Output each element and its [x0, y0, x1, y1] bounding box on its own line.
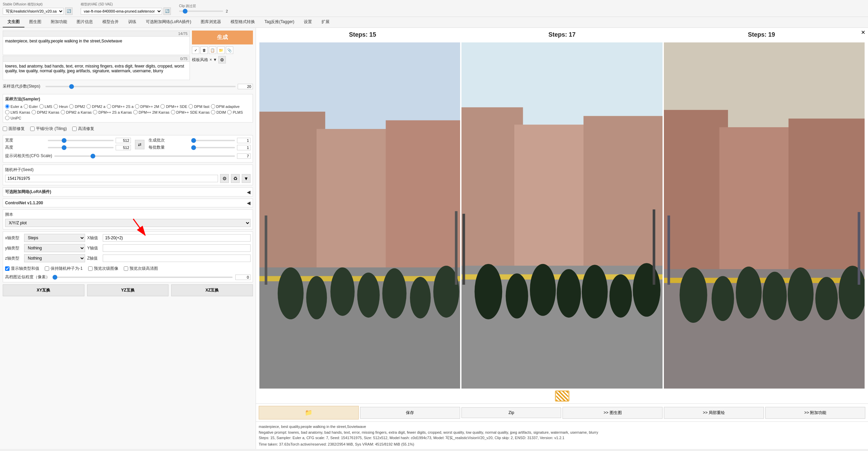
vae-select[interactable]: vae-ft-mse-840000-ema-pruned.safetensors: [81, 8, 162, 15]
hires-approx-slider[interactable]: [53, 277, 233, 278]
steps-value[interactable]: [238, 84, 253, 89]
lora-collapse-btn[interactable]: ◀: [247, 189, 251, 195]
positive-prompt-input[interactable]: masterpiece, best quality,people walking…: [3, 37, 190, 54]
tab-settings[interactable]: 设置: [299, 17, 317, 27]
hires-approx-value[interactable]: [235, 275, 251, 280]
check-btn[interactable]: ✓: [192, 46, 199, 54]
swap-dimensions-btn[interactable]: ⇄: [135, 140, 144, 149]
svg-rect-33: [664, 110, 728, 285]
sampler-dpm2karras[interactable]: DPM2 Karras: [32, 110, 59, 114]
yz-swap-btn[interactable]: YZ互换: [87, 284, 169, 296]
sampler-dpmppsde[interactable]: DPM++ SDE: [160, 104, 187, 109]
sampler-dpmpp2sa[interactable]: DPM++ 2S a: [107, 104, 134, 109]
preview-low-checkbox[interactable]: 预览次级图像: [88, 266, 118, 271]
gen-image-2[interactable]: [461, 42, 662, 389]
tab-train[interactable]: 训练: [123, 17, 141, 27]
x-type-select[interactable]: Steps: [24, 234, 85, 242]
batch-count-slider[interactable]: [191, 140, 235, 141]
sd-model-select[interactable]: 写实/realisticVisionV20_v20.safetensors [c…: [3, 8, 64, 15]
xz-swap-btn[interactable]: XZ互换: [171, 284, 253, 296]
sampler-dpm2[interactable]: DPM2: [69, 104, 85, 109]
batch-count-value[interactable]: [237, 138, 251, 143]
seed-recycle-btn[interactable]: ♻: [231, 174, 240, 183]
cfg-value[interactable]: [237, 153, 251, 159]
height-slider[interactable]: [48, 147, 114, 148]
sampler-dpmfast[interactable]: DPM fast: [189, 104, 209, 109]
y-type-select[interactable]: Nothing: [24, 244, 85, 252]
sampler-section: 采样方法(Sampler) Euler a Euler LMS Heun DPM…: [3, 94, 253, 123]
gen-image-1[interactable]: [259, 42, 460, 389]
sampler-dpmpp2m[interactable]: DPM++ 2M: [135, 104, 159, 109]
send-img2img-btn[interactable]: >> 图生图: [563, 407, 663, 419]
script-select[interactable]: X/Y/Z plot: [5, 219, 251, 227]
folder-btn[interactable]: 📁: [217, 46, 225, 54]
tab-lora[interactable]: 可选附加网络(LoRA插件): [141, 17, 196, 27]
sampler-euler-a[interactable]: Euler a: [5, 104, 22, 109]
vae-refresh-btn[interactable]: 🔄: [163, 7, 171, 15]
sampler-plms[interactable]: PLMS: [227, 110, 243, 114]
z-val-input[interactable]: [103, 255, 251, 262]
tab-txt2img[interactable]: 文生图: [3, 17, 24, 27]
tab-convert[interactable]: 模型格式转换: [226, 17, 260, 27]
sampler-dpmpp2sakarras[interactable]: DPM++ 2S a Karras: [93, 110, 132, 114]
sampler-dpmpp2mkarras[interactable]: DPM++ 2M Karras: [133, 110, 170, 114]
tab-extras[interactable]: 附加功能: [46, 17, 72, 27]
batch-size-value[interactable]: [237, 145, 251, 150]
copy-btn[interactable]: 📋: [209, 46, 216, 54]
tab-tagger[interactable]: Tag反推(Tagger): [260, 17, 299, 27]
seed-input[interactable]: 1541761975: [5, 175, 218, 182]
sampler-lms[interactable]: LMS: [39, 104, 53, 109]
hires-fix-checkbox[interactable]: 高清修复: [72, 126, 94, 132]
sampler-dpmppsdekarras[interactable]: DPM++ SDE Karras: [171, 110, 210, 114]
gen-image-3[interactable]: [664, 42, 865, 389]
width-value[interactable]: [116, 138, 131, 143]
keep-seed-checkbox[interactable]: 保持随机种子为-1: [45, 266, 83, 271]
open-folder-btn[interactable]: 📁: [259, 406, 359, 419]
tab-extensions[interactable]: 扩展: [317, 17, 334, 27]
clip-slider[interactable]: [179, 11, 223, 12]
seed-extra-btn[interactable]: ▼: [242, 174, 251, 183]
z-type-select[interactable]: Nothing: [24, 254, 85, 262]
xy-swap-btn[interactable]: XY互换: [3, 284, 84, 296]
send-extras-btn[interactable]: >> 附加功能: [765, 407, 865, 419]
sampler-heun[interactable]: Heun: [54, 104, 68, 109]
tab-browser[interactable]: 图库浏览器: [196, 17, 226, 27]
show-axis-checkbox[interactable]: 显示轴类型和值: [5, 266, 39, 271]
negative-prompt-input[interactable]: lowres, bad anatomy, bad hands, text, er…: [3, 62, 190, 79]
tiling-checkbox[interactable]: 平铺/分块 (Tiling): [30, 126, 67, 132]
sampler-dpm2a[interactable]: DPM2 a: [86, 104, 105, 109]
template-settings-btn[interactable]: ⚙: [218, 56, 226, 63]
sd-model-refresh-btn[interactable]: 🔄: [65, 7, 73, 15]
save-btn[interactable]: 保存: [360, 407, 460, 419]
x-val-input[interactable]: 15-20(+2): [103, 234, 251, 242]
sampler-dpmadaptive[interactable]: DPM adaptive: [211, 104, 240, 109]
generate-button[interactable]: 生成: [192, 31, 253, 44]
zip-btn[interactable]: Zip: [461, 407, 561, 418]
sampler-ddim[interactable]: DDIM: [211, 110, 226, 114]
y-val-input[interactable]: [103, 244, 251, 252]
sampler-unipc[interactable]: UniPC: [5, 116, 21, 120]
svg-point-40: [736, 266, 762, 318]
tab-pnginfo[interactable]: 图片信息: [72, 17, 98, 27]
sampler-dpm2akarras[interactable]: DPM2 a Karras: [61, 110, 92, 114]
seed-dice-btn[interactable]: ⚙: [220, 174, 229, 183]
right-panel-close-btn[interactable]: ✕: [861, 29, 865, 36]
send-inpaint-btn[interactable]: >> 局部重绘: [664, 407, 764, 419]
tab-img2img[interactable]: 图生图: [24, 17, 46, 27]
gen-image-2-svg: [461, 42, 662, 389]
face-fix-checkbox[interactable]: 面部修复: [3, 126, 25, 132]
steps-slider[interactable]: [45, 86, 236, 87]
sampler-lmskarras[interactable]: LMS Karras: [5, 110, 30, 114]
batch-size-slider[interactable]: [191, 147, 235, 148]
template-close[interactable]: × ▼: [210, 57, 217, 62]
controlnet-collapse-btn[interactable]: ◀: [247, 200, 251, 206]
preview-hires-checkbox[interactable]: 预览次级高清图: [124, 266, 158, 271]
attach-btn[interactable]: 📎: [226, 46, 233, 54]
height-value[interactable]: [116, 145, 131, 150]
width-slider[interactable]: [48, 140, 114, 141]
cfg-slider[interactable]: [54, 155, 235, 157]
tab-merge[interactable]: 模型合并: [98, 17, 123, 27]
delete-btn[interactable]: 🗑: [200, 46, 208, 54]
x-val-label: X轴值: [87, 235, 101, 241]
sampler-euler[interactable]: Euler: [24, 104, 38, 109]
